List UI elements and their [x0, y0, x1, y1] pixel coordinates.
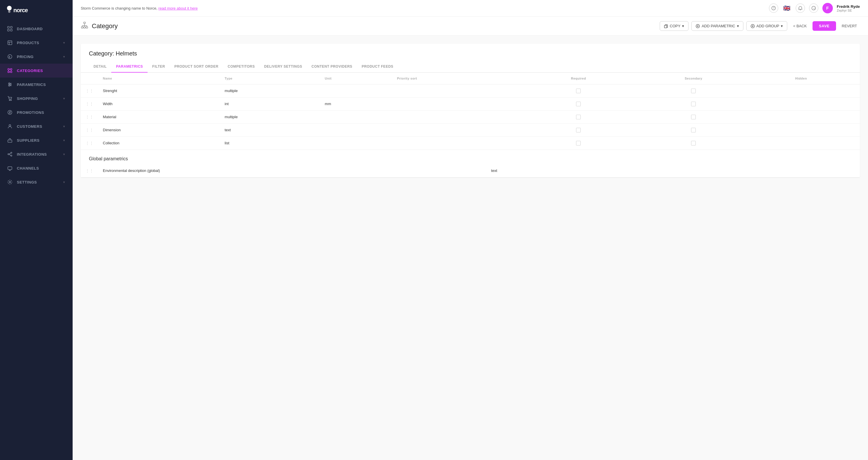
add-group-button[interactable]: ADD GROUP ▾ — [746, 21, 787, 31]
tab-product-sort-order[interactable]: PRODUCT SORT ORDER — [169, 61, 223, 73]
svg-point-1 — [8, 10, 10, 13]
top-banner: Storm Commerce is changing name to Norce… — [73, 0, 868, 17]
secondary-checkbox[interactable] — [691, 128, 696, 132]
svg-rect-45 — [81, 27, 83, 28]
param-unit — [320, 124, 393, 136]
chevron-down-icon: ▼ — [63, 139, 66, 142]
sidebar-item-integrations[interactable]: INTEGRATIONS ▼ — [0, 147, 73, 161]
param-secondary[interactable] — [633, 110, 754, 124]
logo-area[interactable]: norce — [0, 0, 73, 22]
tab-delivery-settings[interactable]: DELIVERY SETTINGS — [259, 61, 307, 73]
svg-text:$: $ — [9, 56, 10, 58]
col-name: Name — [98, 73, 220, 85]
param-required[interactable] — [524, 97, 633, 110]
sidebar-item-label: DASHBOARD — [17, 27, 43, 31]
required-checkbox[interactable] — [576, 115, 581, 119]
sidebar-item-parametrics[interactable]: PARAMETRICS — [0, 77, 73, 92]
required-checkbox[interactable] — [576, 102, 581, 106]
back-button[interactable]: < BACK — [790, 22, 810, 31]
required-checkbox[interactable] — [576, 141, 581, 145]
sidebar-item-suppliers[interactable]: SUPPLIERS ▼ — [0, 133, 73, 147]
tab-competitors[interactable]: COMPETITORS — [223, 61, 259, 73]
secondary-checkbox[interactable] — [691, 102, 696, 106]
category-tree-icon — [81, 22, 88, 31]
copy-button[interactable]: COPY ▾ — [660, 21, 689, 31]
main-content: Storm Commerce is changing name to Norce… — [73, 0, 868, 460]
save-button[interactable]: SAVE — [812, 21, 836, 31]
sidebar-item-shopping[interactable]: SHOPPING ▼ — [0, 92, 73, 105]
param-priority-sort — [393, 97, 524, 110]
tab-parametrics[interactable]: PARAMETRICS — [111, 61, 148, 73]
drag-handle-icon[interactable]: ⋮⋮ — [85, 168, 94, 173]
param-secondary[interactable] — [633, 84, 754, 97]
param-type: text — [487, 164, 577, 177]
required-checkbox[interactable] — [576, 128, 581, 132]
required-checkbox[interactable] — [576, 89, 581, 93]
page-title-area: Category — [81, 22, 118, 31]
table-row: ⋮⋮ Strenght multiple — [81, 84, 860, 97]
tab-product-feeds[interactable]: PRODUCT FEEDS — [357, 61, 398, 73]
add-parametric-button[interactable]: ADD PARAMETRIC ▾ — [691, 21, 743, 31]
sidebar-item-label: PRODUCTS — [17, 41, 39, 45]
language-flag[interactable]: 🇬🇧 — [782, 3, 792, 13]
param-hidden — [754, 110, 848, 124]
param-required[interactable] — [524, 84, 633, 97]
sidebar-item-channels[interactable]: CHANNELS — [0, 161, 73, 175]
param-secondary[interactable] — [633, 124, 754, 136]
drag-handle-icon[interactable]: ⋮⋮ — [85, 89, 94, 93]
svg-text:norce: norce — [13, 7, 28, 13]
sidebar-item-categories[interactable]: CATEGORIES — [0, 64, 73, 77]
chevron-down-icon: ▼ — [63, 55, 66, 58]
param-required[interactable] — [524, 110, 633, 124]
drag-handle-icon[interactable]: ⋮⋮ — [85, 102, 94, 106]
global-parametrics-table-area: ⋮⋮ Environmental description (global) te… — [81, 164, 860, 177]
col-unit: Unit — [320, 73, 393, 85]
avatar[interactable]: F — [823, 3, 833, 13]
svg-point-27 — [11, 100, 11, 101]
notification-button[interactable] — [796, 3, 805, 13]
svg-line-35 — [9, 155, 11, 156]
sidebar-item-pricing[interactable]: $ PRICING ▼ — [0, 50, 73, 64]
sidebar-item-label: PRICING — [17, 55, 34, 59]
drag-handle-icon[interactable]: ⋮⋮ — [85, 115, 94, 119]
param-required[interactable] — [524, 136, 633, 150]
feedback-button[interactable]: ☺ — [809, 3, 818, 13]
sidebar-item-customers[interactable]: CUSTOMERS ▼ — [0, 119, 73, 133]
drag-handle-icon[interactable]: ⋮⋮ — [85, 128, 94, 132]
secondary-checkbox[interactable] — [691, 89, 696, 93]
param-priority-sort — [393, 124, 524, 136]
dashboard-icon — [7, 26, 13, 32]
sidebar-item-dashboard[interactable]: DASHBOARD — [0, 22, 73, 36]
page-title: Category — [92, 22, 118, 30]
sidebar: norce DASHBOARD — [0, 0, 73, 460]
banner-link[interactable]: read more about it here — [158, 6, 197, 10]
revert-button[interactable]: REVERT — [839, 22, 860, 31]
param-secondary[interactable] — [633, 136, 754, 150]
param-secondary[interactable] — [633, 97, 754, 110]
sidebar-item-settings[interactable]: SETTINGS ▼ — [0, 175, 73, 189]
param-unit — [320, 84, 393, 97]
help-button[interactable]: ? — [769, 3, 778, 13]
param-unit — [576, 164, 631, 177]
param-type: text — [220, 124, 320, 136]
svg-rect-5 — [7, 29, 9, 31]
svg-text:☺: ☺ — [813, 7, 816, 10]
param-required[interactable] — [524, 124, 633, 136]
param-name: Strenght — [98, 84, 220, 97]
col-required: Required — [524, 73, 633, 85]
sidebar-item-products[interactable]: PRODUCTS ▼ — [0, 36, 73, 50]
tab-content-providers[interactable]: CONTENT PROVIDERS — [307, 61, 357, 73]
svg-rect-12 — [8, 69, 9, 70]
svg-rect-14 — [8, 71, 9, 73]
tab-detail[interactable]: DETAIL — [89, 61, 111, 73]
secondary-checkbox[interactable] — [691, 141, 696, 145]
param-unit — [320, 110, 393, 124]
tab-filter[interactable]: FILTER — [148, 61, 169, 73]
chevron-down-icon: ▼ — [63, 180, 66, 184]
header-actions: COPY ▾ ADD PARAMETRIC ▾ ADD GROUP — [660, 21, 860, 31]
param-type: int — [220, 97, 320, 110]
drag-handle-icon[interactable]: ⋮⋮ — [85, 141, 94, 145]
secondary-checkbox[interactable] — [691, 115, 696, 119]
svg-point-23 — [9, 83, 10, 84]
sidebar-item-promotions[interactable]: PROMOTIONS — [0, 105, 73, 119]
